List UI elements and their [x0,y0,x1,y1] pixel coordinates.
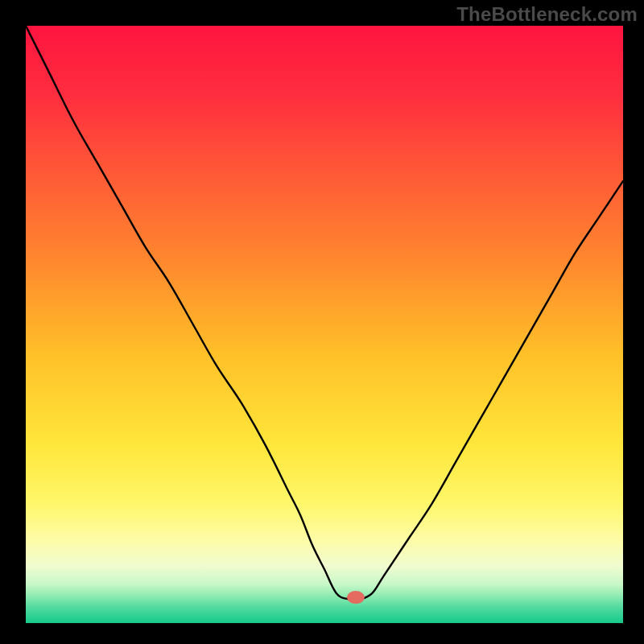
plot-area [26,26,623,623]
chart-svg [26,26,623,623]
chart-frame: TheBottleneck.com [0,0,644,644]
optimal-marker [347,591,365,604]
watermark-label: TheBottleneck.com [456,3,638,26]
